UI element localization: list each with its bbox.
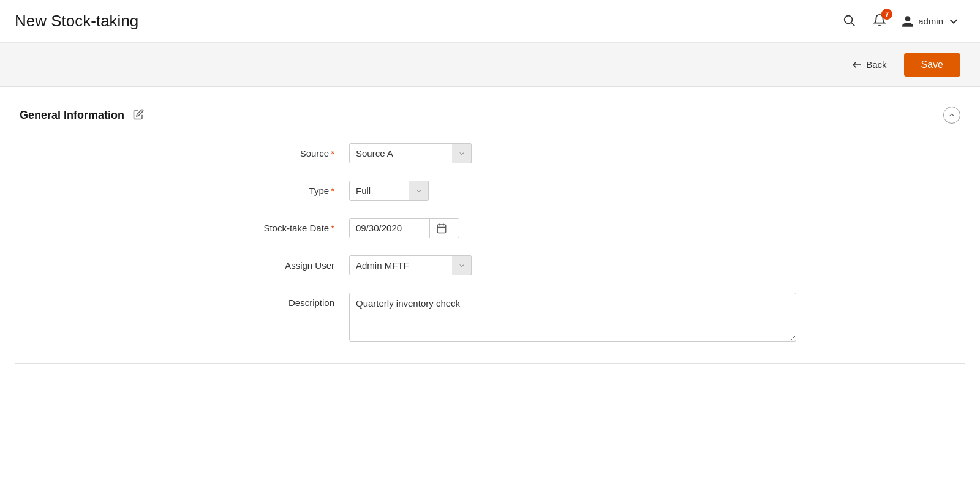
user-field: Admin MFTF User 1 User 2 — [349, 255, 766, 275]
calendar-icon — [436, 223, 447, 234]
date-input-wrapper — [349, 218, 459, 238]
type-field: Full Partial — [349, 181, 766, 201]
description-row: Description — [214, 293, 766, 343]
arrow-left-icon — [851, 59, 862, 70]
source-field: Source A Source B Source C — [349, 143, 766, 163]
required-indicator: * — [331, 223, 334, 233]
collapse-section-button[interactable] — [943, 107, 960, 124]
description-field — [349, 293, 796, 343]
description-label: Description — [214, 293, 349, 308]
top-header: New Stock-taking 7 admin — [0, 0, 980, 43]
edit-section-button[interactable] — [132, 108, 145, 123]
user-select-wrapper: Admin MFTF User 1 User 2 — [349, 255, 472, 275]
bottom-divider — [15, 363, 965, 364]
save-button[interactable]: Save — [904, 53, 960, 77]
notification-button[interactable]: 7 — [870, 11, 889, 31]
back-button[interactable]: Back — [844, 54, 894, 75]
user-select[interactable]: Admin MFTF User 1 User 2 — [349, 255, 472, 275]
main-content: General Information Source* — [0, 87, 980, 383]
type-row: Type* Full Partial — [214, 181, 766, 201]
date-row: Stock-take Date* — [214, 218, 766, 238]
date-field — [349, 218, 766, 238]
source-select-wrapper: Source A Source B Source C — [349, 143, 472, 163]
required-indicator: * — [331, 185, 334, 196]
page-title: New Stock-taking — [15, 12, 138, 31]
svg-point-0 — [845, 16, 853, 24]
header-right: 7 admin — [840, 11, 960, 31]
source-row: Source* Source A Source B Source C — [214, 143, 766, 163]
type-label: Type* — [214, 181, 349, 196]
notification-badge: 7 — [881, 9, 892, 20]
user-label: Assign User — [214, 255, 349, 271]
calendar-button[interactable] — [429, 219, 453, 238]
type-select[interactable]: Full Partial — [349, 181, 429, 201]
toolbar: Back Save — [0, 43, 980, 87]
svg-line-1 — [851, 23, 854, 26]
source-select[interactable]: Source A Source B Source C — [349, 143, 472, 163]
chevron-down-icon — [947, 15, 960, 28]
general-information-section: General Information Source* — [15, 107, 965, 343]
chevron-up-icon — [948, 111, 956, 119]
user-icon — [901, 15, 914, 28]
back-label: Back — [866, 59, 886, 70]
description-textarea[interactable] — [349, 293, 796, 342]
user-label: admin — [918, 16, 943, 26]
form-body: Source* Source A Source B Source C — [214, 143, 766, 343]
date-label: Stock-take Date* — [214, 218, 349, 233]
section-title: General Information — [20, 109, 124, 122]
pencil-icon — [133, 109, 144, 120]
user-row: Assign User Admin MFTF User 1 User 2 — [214, 255, 766, 275]
required-indicator: * — [331, 148, 334, 159]
date-input[interactable] — [350, 219, 429, 238]
section-title-group: General Information — [20, 108, 145, 123]
search-button[interactable] — [840, 11, 858, 31]
svg-rect-3 — [437, 225, 446, 233]
user-menu-button[interactable]: admin — [901, 15, 960, 28]
source-label: Source* — [214, 143, 349, 159]
type-select-wrapper: Full Partial — [349, 181, 429, 201]
search-icon — [842, 13, 856, 27]
section-header: General Information — [15, 107, 965, 124]
